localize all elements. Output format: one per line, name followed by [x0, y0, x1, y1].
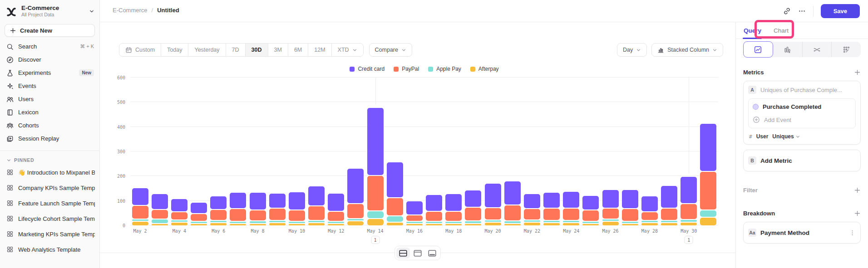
bar-segment-apple-pay[interactable] [171, 220, 187, 222]
date-range-6m[interactable]: 6M [288, 44, 308, 56]
bar-may-29[interactable] [660, 186, 679, 225]
bar-segment-afterpay[interactable] [445, 224, 462, 225]
bar-segment-apple-pay[interactable] [582, 222, 599, 223]
bar-segment-afterpay[interactable] [681, 223, 697, 225]
bar-segment-afterpay[interactable] [347, 221, 364, 225]
bar-segment-paypal[interactable] [132, 206, 148, 219]
panel-tab-chart[interactable]: Chart [774, 27, 789, 34]
bar-segment-afterpay[interactable] [328, 224, 344, 225]
bar-segment-apple-pay[interactable] [152, 219, 168, 223]
bar-segment-credit-card[interactable] [641, 196, 658, 212]
legend-item[interactable]: Credit card [350, 66, 385, 72]
bar-may-20[interactable] [483, 184, 503, 225]
chart-type-tab-flows[interactable] [803, 42, 832, 57]
bar-segment-credit-card[interactable] [485, 184, 501, 207]
bar-may-26[interactable] [601, 190, 620, 225]
bar-segment-afterpay[interactable] [543, 223, 560, 225]
bar-segment-credit-card[interactable] [563, 192, 579, 208]
bar-segment-afterpay[interactable] [641, 223, 658, 225]
bar-segment-paypal[interactable] [230, 209, 246, 220]
bar-segment-credit-card[interactable] [661, 186, 677, 207]
bar-segment-paypal[interactable] [445, 212, 462, 221]
annotation-count-badge[interactable]: 1 [685, 236, 693, 244]
bar-may-12[interactable] [326, 194, 346, 225]
bar-segment-paypal[interactable] [152, 210, 168, 219]
bar-segment-apple-pay[interactable] [681, 220, 697, 221]
bar-segment-paypal[interactable] [347, 204, 364, 218]
legend-item[interactable]: Afterpay [470, 66, 499, 72]
bar-segment-paypal[interactable] [563, 209, 579, 220]
bar-segment-apple-pay[interactable] [132, 219, 148, 221]
bar-segment-afterpay[interactable] [308, 223, 325, 225]
bar-segment-paypal[interactable] [289, 210, 305, 220]
bar-segment-apple-pay[interactable] [406, 222, 423, 223]
panel-tab-query[interactable]: Query [744, 27, 761, 34]
bar-segment-apple-pay[interactable] [289, 222, 305, 223]
bar-may-28[interactable] [640, 196, 659, 225]
chart-type-dropdown[interactable]: Stacked Column [651, 43, 723, 57]
bar-segment-paypal[interactable] [269, 209, 286, 220]
bar-may-16[interactable] [404, 201, 424, 226]
bar-segment-afterpay[interactable] [426, 224, 442, 225]
layout-toggle-layout-split[interactable] [396, 248, 410, 258]
bar-segment-apple-pay[interactable] [602, 219, 619, 221]
sidebar-item-events[interactable]: Events [0, 79, 99, 93]
bar-segment-credit-card[interactable] [406, 201, 423, 215]
bar-segment-apple-pay[interactable] [347, 219, 364, 220]
date-range-3m[interactable]: 3M [268, 44, 288, 56]
bar-segment-paypal[interactable] [602, 209, 619, 219]
bar-segment-credit-card[interactable] [426, 195, 442, 211]
bar-segment-paypal[interactable] [641, 212, 658, 220]
bar-may-6[interactable] [209, 196, 228, 225]
bar-segment-credit-card[interactable] [210, 196, 227, 209]
create-new-button[interactable]: Create New [5, 24, 95, 37]
bar-segment-afterpay[interactable] [132, 222, 148, 225]
metric-card-b[interactable]: B Add Metric [743, 150, 861, 171]
sidebar-item-session-replay[interactable]: Session Replay [0, 132, 99, 145]
bar-segment-paypal[interactable] [387, 198, 403, 216]
sidebar-item-experiments[interactable]: ExperimentsNew [0, 66, 99, 79]
bar-may-22[interactable] [522, 194, 542, 225]
bar-segment-apple-pay[interactable] [445, 222, 462, 223]
bar-segment-paypal[interactable] [328, 212, 344, 221]
bar-segment-paypal[interactable] [465, 208, 481, 220]
bar-segment-afterpay[interactable] [387, 223, 403, 225]
bar-segment-afterpay[interactable] [289, 224, 305, 225]
bar-segment-apple-pay[interactable] [641, 221, 658, 222]
bar-segment-credit-card[interactable] [387, 162, 403, 197]
bar-segment-paypal[interactable] [426, 212, 442, 221]
bar-segment-afterpay[interactable] [269, 223, 286, 225]
add-event-button[interactable]: Add Event [753, 116, 851, 123]
bar-segment-apple-pay[interactable] [387, 216, 403, 222]
bar-segment-apple-pay[interactable] [563, 221, 579, 222]
bar-segment-apple-pay[interactable] [191, 222, 207, 223]
bar-segment-afterpay[interactable] [524, 223, 540, 225]
bar-may-21[interactable] [503, 181, 522, 225]
bar-segment-afterpay[interactable] [485, 223, 501, 225]
bar-segment-apple-pay[interactable] [504, 221, 521, 223]
bar-segment-credit-card[interactable] [308, 186, 325, 205]
entity-selector[interactable]: User [756, 133, 769, 140]
bar-segment-paypal[interactable] [250, 210, 266, 220]
bar-segment-afterpay[interactable] [406, 224, 423, 225]
bar-segment-credit-card[interactable] [700, 124, 716, 171]
bar-segment-credit-card[interactable] [347, 169, 364, 203]
bar-segment-credit-card[interactable] [524, 194, 540, 208]
bar-segment-afterpay[interactable] [367, 219, 384, 225]
bar-may-17[interactable] [424, 195, 444, 225]
bar-segment-apple-pay[interactable] [269, 221, 286, 222]
pinned-board-item[interactable]: 👋 Introduction to Mixpanel Boards [0, 165, 99, 180]
pinned-board-item[interactable]: Company KPIs Sample Template [0, 180, 99, 195]
share-link-icon[interactable] [783, 7, 791, 15]
date-range-custom[interactable]: Custom [119, 44, 161, 56]
sidebar-item-discover[interactable]: Discover [0, 53, 99, 66]
bar-segment-paypal[interactable] [661, 209, 677, 220]
bar-segment-paypal[interactable] [485, 208, 501, 219]
bar-segment-afterpay[interactable] [504, 224, 521, 225]
bar-segment-apple-pay[interactable] [524, 220, 540, 222]
bar-may-30[interactable] [679, 177, 699, 225]
add-metric-plus-icon[interactable] [854, 69, 861, 76]
bar-segment-credit-card[interactable] [230, 193, 246, 208]
sidebar-item-lexicon[interactable]: Lexicon [0, 106, 99, 119]
bar-segment-credit-card[interactable] [269, 194, 286, 208]
